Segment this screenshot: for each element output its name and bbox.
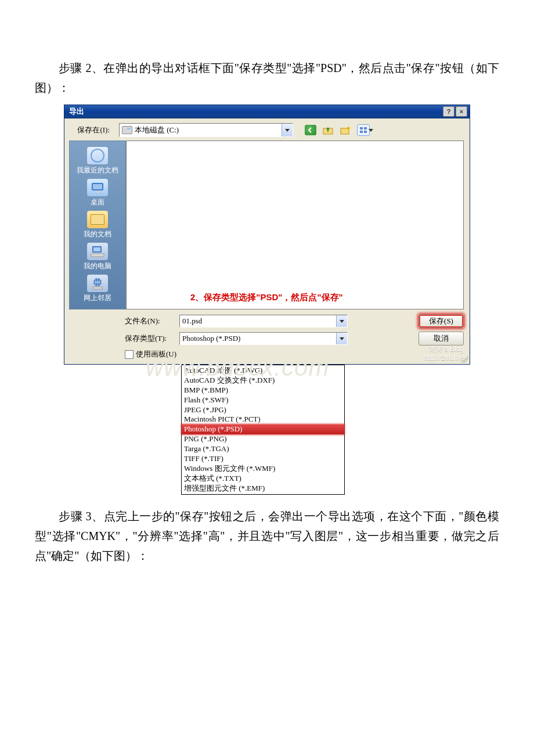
filetype-label: 保存类型(T): [125,333,174,344]
filename-value: 01.psd [182,316,202,326]
dialog-titlebar: 导出 ? × [64,105,470,118]
places-desktop-label: 桌面 [91,197,104,207]
filetype-option[interactable]: AutoCAD 交换文件 (*.DXF) [182,376,344,386]
back-icon[interactable] [305,125,316,135]
cancel-button[interactable]: 取消 [418,332,464,345]
places-network-label: 网上邻居 [84,293,111,303]
filetype-option[interactable]: TIFF (*.TIF) [182,454,344,464]
new-folder-icon[interactable] [340,125,351,135]
svg-rect-5 [360,131,363,133]
view-mode-dropdown-icon[interactable] [369,124,373,136]
dialog-title: 导出 [69,106,84,117]
annotation-red-text: 2、保存类型选择"PSD"，然后点"保存" [190,292,343,303]
help-button[interactable]: ? [443,106,454,117]
save-button[interactable]: 保存(S) [418,314,464,328]
filetype-option[interactable]: 文本格式 (*.TXT) [182,474,344,484]
places-recent[interactable]: 我最近的文档 [72,147,123,175]
view-mode-icon[interactable] [357,124,370,136]
svg-rect-14 [93,287,102,289]
network-icon [87,275,108,292]
paragraph-step-3: 步骤 3、点完上一步的"保存"按钮之后，会弹出一个导出选项，在这个下面，"颜色模… [35,506,499,566]
use-artboard-checkbox[interactable] [125,350,134,359]
filetype-option[interactable]: 增强型图元文件 (*.EMF) [182,484,344,494]
up-folder-icon[interactable] [322,125,334,135]
filetype-option[interactable]: Macintosh PICT (*.PCT) [182,415,344,424]
filetype-combo[interactable]: Photoshop (*.PSD) [179,332,348,345]
close-button[interactable]: × [456,106,467,117]
places-sidebar: 我最近的文档 桌面 我的文档 [69,141,126,309]
chevron-down-icon[interactable] [336,315,347,327]
filetype-dropdown-list[interactable]: AutoCAD 绘图 (*.DWG) AutoCAD 交换文件 (*.DXF) … [181,365,345,495]
filetype-option-selected[interactable]: Photoshop (*.PSD) [182,424,344,434]
location-text: 本地磁盘 (C:) [135,125,179,135]
filetype-option[interactable]: AutoCAD 绘图 (*.DWG) [182,366,344,376]
disk-icon [122,126,132,134]
filetype-value: Photoshop (*.PSD) [182,334,240,343]
places-computer[interactable]: 我的电脑 [72,243,123,271]
save-in-label: 保存在(I): [69,125,113,135]
folder-icon [87,211,108,228]
filename-label: 文件名(N): [125,316,174,326]
svg-rect-11 [93,247,100,251]
svg-rect-8 [93,184,102,189]
svg-rect-9 [96,191,99,193]
chevron-down-icon[interactable] [336,333,347,344]
places-computer-label: 我的电脑 [84,261,111,271]
places-desktop[interactable]: 桌面 [72,179,123,207]
svg-rect-3 [360,127,363,129]
filetype-option[interactable]: PNG (*.PNG) [182,434,344,444]
svg-rect-12 [91,254,104,257]
chevron-down-icon[interactable] [282,124,293,136]
places-documents-label: 我的文档 [84,229,111,239]
location-combo[interactable]: 本地磁盘 (C:) [119,123,293,137]
filetype-option[interactable]: BMP (*.BMP) [182,386,344,395]
file-list-area[interactable]: 2、保存类型选择"PSD"，然后点"保存" [126,141,464,309]
svg-rect-6 [364,131,367,133]
places-recent-label: 我最近的文档 [77,165,118,175]
desktop-icon [87,179,108,196]
use-artboard-label: 使用画板(U) [136,349,176,359]
filetype-option[interactable]: Windows 图元文件 (*.WMF) [182,464,344,474]
places-documents[interactable]: 我的文档 [72,211,123,239]
computer-icon [87,243,108,260]
svg-rect-4 [364,127,367,129]
paragraph-step-2: 步骤 2、在弹出的导出对话框下面"保存类型"选择"PSD"，然后点击"保存"按钮… [35,58,499,98]
screenshot-export-dialog: 导出 ? × www.bdocx.com 保存在(I): 本地磁盘 (C:) [64,105,470,495]
filetype-option[interactable]: Targa (*.TGA) [182,444,344,454]
filetype-option[interactable]: JPEG (*.JPG) [182,405,344,415]
filename-input[interactable]: 01.psd [179,315,348,327]
places-network[interactable]: 网上邻居 [72,275,123,303]
recent-docs-icon [87,147,108,164]
filetype-option[interactable]: Flash (*.SWF) [182,395,344,405]
